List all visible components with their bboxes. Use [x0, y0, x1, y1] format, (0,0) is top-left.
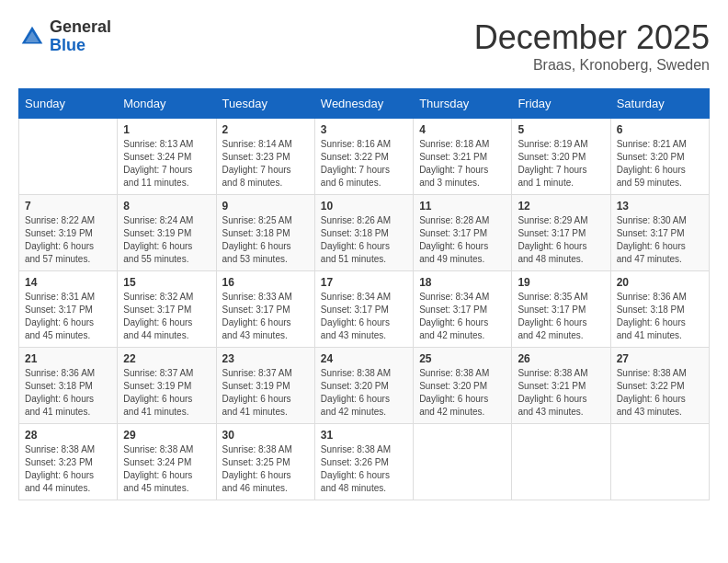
day-info: Sunrise: 8:36 AMSunset: 3:18 PMDaylight:…	[617, 291, 703, 342]
calendar-cell: 31Sunrise: 8:38 AMSunset: 3:26 PMDayligh…	[314, 424, 413, 500]
day-info: Sunrise: 8:37 AMSunset: 3:19 PMDaylight:…	[222, 367, 309, 419]
day-number: 14	[25, 276, 111, 289]
day-number: 3	[321, 123, 407, 136]
day-number: 25	[419, 352, 506, 365]
day-number: 2	[222, 123, 309, 136]
location-title: Braas, Kronoberg, Sweden	[474, 57, 710, 74]
day-number: 9	[222, 200, 309, 213]
calendar-cell: 17Sunrise: 8:34 AMSunset: 3:17 PMDayligh…	[314, 271, 413, 348]
weekday-header-thursday: Thursday	[414, 89, 512, 119]
calendar-cell: 27Sunrise: 8:38 AMSunset: 3:22 PMDayligh…	[610, 348, 709, 424]
day-number: 7	[25, 200, 111, 213]
day-number: 4	[419, 123, 506, 136]
week-row-1: 1Sunrise: 8:13 AMSunset: 3:24 PMDaylight…	[19, 119, 710, 195]
calendar-cell: 4Sunrise: 8:18 AMSunset: 3:21 PMDaylight…	[414, 119, 512, 195]
day-info: Sunrise: 8:38 AMSunset: 3:20 PMDaylight:…	[419, 367, 506, 419]
calendar-cell: 14Sunrise: 8:31 AMSunset: 3:17 PMDayligh…	[19, 271, 118, 348]
day-number: 30	[222, 429, 309, 442]
day-number: 31	[321, 429, 407, 442]
calendar-cell: 19Sunrise: 8:35 AMSunset: 3:17 PMDayligh…	[512, 271, 610, 348]
day-number: 15	[123, 276, 210, 289]
calendar-cell	[610, 424, 709, 500]
day-info: Sunrise: 8:38 AMSunset: 3:26 PMDaylight:…	[321, 443, 407, 495]
weekday-header-wednesday: Wednesday	[314, 89, 413, 119]
day-number: 5	[518, 123, 604, 136]
day-number: 16	[222, 276, 309, 289]
calendar-cell: 1Sunrise: 8:13 AMSunset: 3:24 PMDaylight…	[118, 119, 216, 195]
calendar-cell: 29Sunrise: 8:38 AMSunset: 3:24 PMDayligh…	[118, 424, 216, 500]
title-block: December 2025 Braas, Kronoberg, Sweden	[474, 18, 710, 74]
day-info: Sunrise: 8:16 AMSunset: 3:22 PMDaylight:…	[321, 138, 407, 190]
day-info: Sunrise: 8:19 AMSunset: 3:20 PMDaylight:…	[518, 138, 604, 190]
weekday-header-sunday: Sunday	[19, 89, 118, 119]
day-number: 18	[419, 276, 506, 289]
logo-icon	[18, 23, 46, 51]
day-info: Sunrise: 8:35 AMSunset: 3:17 PMDaylight:…	[518, 291, 604, 342]
day-number: 19	[518, 276, 604, 289]
calendar-cell: 28Sunrise: 8:38 AMSunset: 3:23 PMDayligh…	[19, 424, 118, 500]
calendar-cell: 12Sunrise: 8:29 AMSunset: 3:17 PMDayligh…	[512, 195, 610, 271]
calendar-cell: 25Sunrise: 8:38 AMSunset: 3:20 PMDayligh…	[414, 348, 512, 424]
day-info: Sunrise: 8:36 AMSunset: 3:18 PMDaylight:…	[25, 367, 111, 419]
calendar-cell: 15Sunrise: 8:32 AMSunset: 3:17 PMDayligh…	[118, 271, 216, 348]
calendar-cell	[512, 424, 610, 500]
day-info: Sunrise: 8:13 AMSunset: 3:24 PMDaylight:…	[123, 138, 210, 190]
weekday-header-row: SundayMondayTuesdayWednesdayThursdayFrid…	[19, 89, 710, 119]
day-info: Sunrise: 8:28 AMSunset: 3:17 PMDaylight:…	[419, 214, 506, 266]
day-info: Sunrise: 8:38 AMSunset: 3:25 PMDaylight:…	[222, 443, 309, 495]
day-number: 24	[321, 352, 407, 365]
weekday-header-saturday: Saturday	[610, 89, 709, 119]
calendar-cell: 30Sunrise: 8:38 AMSunset: 3:25 PMDayligh…	[216, 424, 314, 500]
day-info: Sunrise: 8:38 AMSunset: 3:22 PMDaylight:…	[617, 367, 703, 419]
calendar-cell: 22Sunrise: 8:37 AMSunset: 3:19 PMDayligh…	[118, 348, 216, 424]
day-info: Sunrise: 8:21 AMSunset: 3:20 PMDaylight:…	[617, 138, 703, 190]
week-row-2: 7Sunrise: 8:22 AMSunset: 3:19 PMDaylight…	[19, 195, 710, 271]
week-row-4: 21Sunrise: 8:36 AMSunset: 3:18 PMDayligh…	[19, 348, 710, 424]
weekday-header-tuesday: Tuesday	[216, 89, 314, 119]
calendar-cell: 18Sunrise: 8:34 AMSunset: 3:17 PMDayligh…	[414, 271, 512, 348]
calendar-cell: 11Sunrise: 8:28 AMSunset: 3:17 PMDayligh…	[414, 195, 512, 271]
day-number: 20	[617, 276, 703, 289]
week-row-3: 14Sunrise: 8:31 AMSunset: 3:17 PMDayligh…	[19, 271, 710, 348]
day-number: 1	[123, 123, 210, 136]
day-info: Sunrise: 8:29 AMSunset: 3:17 PMDaylight:…	[518, 214, 604, 266]
day-number: 21	[25, 352, 111, 365]
calendar-cell: 13Sunrise: 8:30 AMSunset: 3:17 PMDayligh…	[610, 195, 709, 271]
day-number: 10	[321, 200, 407, 213]
day-number: 13	[617, 200, 703, 213]
logo-text: General Blue	[50, 18, 111, 55]
calendar-cell: 8Sunrise: 8:24 AMSunset: 3:19 PMDaylight…	[118, 195, 216, 271]
calendar-cell: 3Sunrise: 8:16 AMSunset: 3:22 PMDaylight…	[314, 119, 413, 195]
day-info: Sunrise: 8:14 AMSunset: 3:23 PMDaylight:…	[222, 138, 309, 190]
day-info: Sunrise: 8:34 AMSunset: 3:17 PMDaylight:…	[321, 291, 407, 342]
day-info: Sunrise: 8:32 AMSunset: 3:17 PMDaylight:…	[123, 291, 210, 342]
logo-blue-text: Blue	[50, 37, 111, 55]
day-number: 17	[321, 276, 407, 289]
day-number: 22	[123, 352, 210, 365]
logo-general-text: General	[50, 18, 111, 37]
day-info: Sunrise: 8:26 AMSunset: 3:18 PMDaylight:…	[321, 214, 407, 266]
day-number: 28	[25, 429, 111, 442]
calendar-cell: 24Sunrise: 8:38 AMSunset: 3:20 PMDayligh…	[314, 348, 413, 424]
day-info: Sunrise: 8:38 AMSunset: 3:23 PMDaylight:…	[25, 443, 111, 495]
day-info: Sunrise: 8:33 AMSunset: 3:17 PMDaylight:…	[222, 291, 309, 342]
calendar-cell: 2Sunrise: 8:14 AMSunset: 3:23 PMDaylight…	[216, 119, 314, 195]
day-info: Sunrise: 8:31 AMSunset: 3:17 PMDaylight:…	[25, 291, 111, 342]
calendar-cell: 6Sunrise: 8:21 AMSunset: 3:20 PMDaylight…	[610, 119, 709, 195]
day-info: Sunrise: 8:22 AMSunset: 3:19 PMDaylight:…	[25, 214, 111, 266]
day-info: Sunrise: 8:24 AMSunset: 3:19 PMDaylight:…	[123, 214, 210, 266]
week-row-5: 28Sunrise: 8:38 AMSunset: 3:23 PMDayligh…	[19, 424, 710, 500]
logo: General Blue	[18, 18, 111, 55]
calendar-cell: 26Sunrise: 8:38 AMSunset: 3:21 PMDayligh…	[512, 348, 610, 424]
day-info: Sunrise: 8:38 AMSunset: 3:20 PMDaylight:…	[321, 367, 407, 419]
calendar-cell: 23Sunrise: 8:37 AMSunset: 3:19 PMDayligh…	[216, 348, 314, 424]
day-info: Sunrise: 8:37 AMSunset: 3:19 PMDaylight:…	[123, 367, 210, 419]
calendar-cell: 10Sunrise: 8:26 AMSunset: 3:18 PMDayligh…	[314, 195, 413, 271]
day-info: Sunrise: 8:30 AMSunset: 3:17 PMDaylight:…	[617, 214, 703, 266]
month-title: December 2025	[474, 18, 710, 57]
day-info: Sunrise: 8:38 AMSunset: 3:24 PMDaylight:…	[123, 443, 210, 495]
weekday-header-monday: Monday	[118, 89, 216, 119]
day-number: 12	[518, 200, 604, 213]
calendar-cell: 21Sunrise: 8:36 AMSunset: 3:18 PMDayligh…	[19, 348, 118, 424]
day-number: 29	[123, 429, 210, 442]
